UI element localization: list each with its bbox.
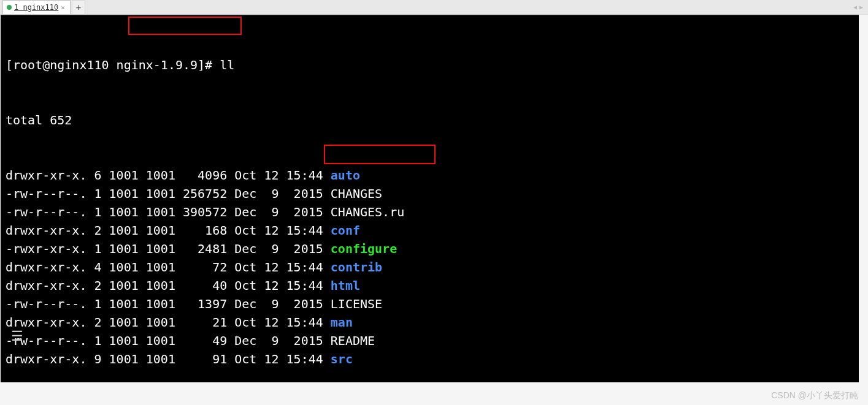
tab-bar: 1 nginx110 × + ◀ ▶ — [0, 0, 868, 15]
file-name: README — [331, 333, 375, 348]
file-name: src — [331, 352, 353, 366]
file-name: man — [331, 315, 353, 330]
prompt-suffix: ]# — [198, 58, 220, 72]
file-meta: drwxr-xr-x. 2 1001 1001 21 Oct 12 15:44 — [6, 315, 331, 330]
file-meta: -rw-r--r--. 1 1001 1001 49 Dec 9 2015 — [6, 333, 331, 348]
file-name: auto — [331, 168, 360, 183]
close-icon[interactable]: × — [61, 4, 65, 12]
prompt-user-host: [root@nginx110 — [6, 58, 109, 72]
add-tab-button[interactable]: + — [72, 0, 85, 14]
annotation-box-configure — [324, 145, 436, 164]
annotation-box-cwd — [128, 17, 242, 35]
file-meta: drwxr-xr-x. 6 1001 1001 4096 Oct 12 15:4… — [6, 168, 331, 183]
file-meta: drwxr-xr-x. 2 1001 1001 40 Oct 12 15:44 — [6, 278, 331, 293]
terminal[interactable]: [root@nginx110 nginx-1.9.9]# ll total 65… — [1, 15, 859, 382]
file-meta: drwxr-xr-x. 9 1001 1001 91 Oct 12 15:44 — [6, 352, 331, 366]
list-row: drwxr-xr-x. 2 1001 1001 21 Oct 12 15:44 … — [6, 313, 854, 331]
list-row: drwxr-xr-x. 6 1001 1001 4096 Oct 12 15:4… — [6, 166, 854, 184]
file-name: conf — [331, 223, 360, 238]
list-row: -rw-r--r--. 1 1001 1001 1397 Dec 9 2015 … — [6, 295, 854, 313]
total-line: total 652 — [6, 111, 854, 129]
list-row: drwxr-xr-x. 2 1001 1001 168 Oct 12 15:44… — [6, 221, 854, 240]
file-meta: -rwxr-xr-x. 1 1001 1001 2481 Dec 9 2015 — [6, 241, 331, 256]
file-name: html — [331, 278, 360, 293]
tab-prev-icon[interactable]: ◀ — [853, 4, 857, 10]
file-name: LICENSE — [331, 297, 382, 311]
list-row: -rwxr-xr-x. 1 1001 1001 2481 Dec 9 2015 … — [6, 240, 854, 258]
command-text: ll — [220, 58, 234, 72]
list-row: -rw-r--r--. 1 1001 1001 390572 Dec 9 201… — [6, 203, 854, 221]
list-row: drwxr-xr-x. 9 1001 1001 91 Oct 12 15:44 … — [6, 350, 854, 368]
list-row: -rw-r--r--. 1 1001 1001 256752 Dec 9 201… — [6, 184, 854, 203]
terminal-tab[interactable]: 1 nginx110 × — [2, 0, 71, 14]
list-row: drwxr-xr-x. 2 1001 1001 40 Oct 12 15:44 … — [6, 276, 854, 295]
tab-label: 1 nginx110 — [14, 3, 58, 12]
tab-next-icon[interactable]: ▶ — [859, 4, 863, 10]
watermark: CSDN @小丫头爱打盹 — [771, 390, 858, 401]
file-name: CHANGES.ru — [331, 205, 404, 219]
file-name: contrib — [331, 260, 382, 274]
file-listing: drwxr-xr-x. 6 1001 1001 4096 Oct 12 15:4… — [6, 166, 854, 368]
file-meta: -rw-r--r--. 1 1001 1001 390572 Dec 9 201… — [6, 205, 331, 219]
tab-nav: ◀ ▶ — [853, 0, 863, 14]
file-meta: drwxr-xr-x. 4 1001 1001 72 Oct 12 15:44 — [6, 260, 331, 274]
list-row: -rw-r--r--. 1 1001 1001 49 Dec 9 2015 RE… — [6, 331, 854, 350]
status-dot-icon — [7, 5, 12, 10]
file-meta: -rw-r--r--. 1 1001 1001 1397 Dec 9 2015 — [6, 297, 331, 311]
prompt-cwd: nginx-1.9.9 — [109, 58, 198, 72]
list-row: drwxr-xr-x. 4 1001 1001 72 Oct 12 15:44 … — [6, 258, 854, 276]
file-meta: -rw-r--r--. 1 1001 1001 256752 Dec 9 201… — [6, 186, 331, 201]
prompt-line: [root@nginx110 nginx-1.9.9]# ll — [6, 56, 854, 74]
file-name: CHANGES — [331, 186, 382, 201]
file-name: configure — [331, 241, 397, 256]
file-meta: drwxr-xr-x. 2 1001 1001 168 Oct 12 15:44 — [6, 223, 331, 238]
